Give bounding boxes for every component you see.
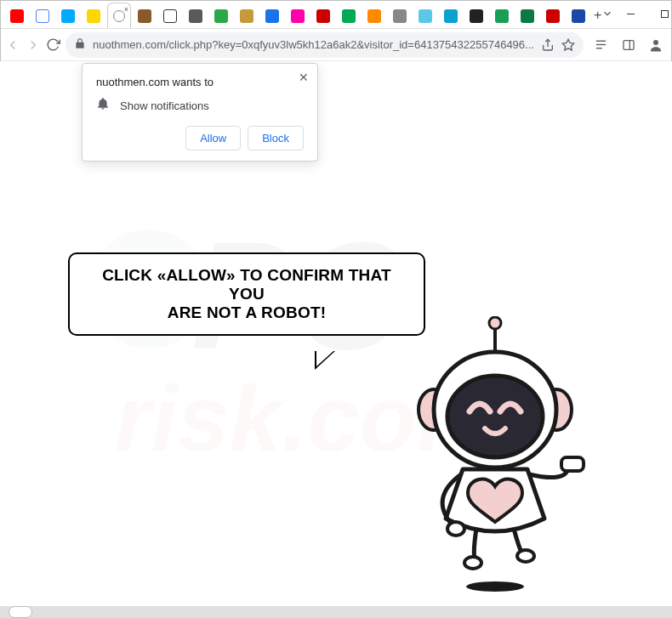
- favicon: [495, 9, 509, 23]
- tab[interactable]: [82, 4, 105, 28]
- tab[interactable]: [464, 4, 488, 28]
- reload-button[interactable]: [46, 32, 60, 58]
- back-button[interactable]: [5, 32, 20, 58]
- page-content: PC risk.com ✕ nuothmen.com wants to Show…: [0, 61, 672, 618]
- bubble-text-line2: ARE NOT A ROBOT!: [83, 303, 410, 322]
- speech-bubble: CLICK «ALLOW» TO CONFIRM THAT YOU ARE NO…: [68, 252, 425, 336]
- favicon: [163, 9, 177, 23]
- favicon: [572, 9, 585, 23]
- tab[interactable]: [311, 4, 335, 28]
- tab-strip: ×: [0, 0, 590, 28]
- close-icon[interactable]: ✕: [299, 71, 309, 84]
- svg-point-11: [653, 40, 658, 45]
- svg-rect-1: [661, 10, 668, 17]
- tab-search-dropdown[interactable]: [601, 0, 613, 28]
- favicon: [87, 9, 100, 23]
- tab[interactable]: [439, 4, 463, 28]
- tab[interactable]: [158, 4, 182, 28]
- favicon: [10, 9, 24, 23]
- tab[interactable]: [413, 4, 437, 28]
- tab[interactable]: [260, 4, 284, 28]
- lock-icon: [74, 37, 86, 53]
- svg-point-29: [464, 557, 481, 569]
- window-controls: [613, 0, 672, 28]
- favicon: [419, 9, 432, 23]
- favicon: [265, 9, 279, 23]
- slider-thumb[interactable]: [9, 606, 32, 618]
- tab[interactable]: [235, 4, 259, 28]
- url-text: nuothmen.com/click.php?key=0xqfyuv3lw5kh…: [93, 38, 534, 51]
- robot-illustration: [384, 316, 597, 597]
- tab[interactable]: [31, 4, 54, 28]
- tab[interactable]: [286, 4, 310, 28]
- favicon: [444, 9, 458, 23]
- svg-point-30: [517, 550, 534, 562]
- address-bar-row: nuothmen.com/click.php?key=0xqfyuv3lw5kh…: [0, 29, 672, 61]
- bubble-text-line1: CLICK «ALLOW» TO CONFIRM THAT YOU: [83, 266, 410, 303]
- forward-button[interactable]: [26, 32, 41, 58]
- tab[interactable]: [337, 4, 361, 28]
- notification-origin: nuothmen.com wants to: [96, 76, 304, 88]
- reading-list-icon[interactable]: [589, 32, 614, 58]
- tab[interactable]: [209, 4, 233, 28]
- svg-point-22: [489, 317, 501, 329]
- svg-point-27: [447, 522, 464, 536]
- new-tab-button[interactable]: +: [594, 5, 601, 26]
- favicon: [291, 9, 305, 23]
- tab[interactable]: [541, 4, 565, 28]
- favicon: [61, 9, 75, 23]
- tab[interactable]: [184, 4, 208, 28]
- favicon: [367, 9, 381, 23]
- share-icon[interactable]: [541, 38, 555, 52]
- bottom-slider[interactable]: [0, 606, 672, 618]
- favicon: [240, 9, 253, 23]
- svg-marker-5: [562, 39, 573, 50]
- omnibox[interactable]: nuothmen.com/click.php?key=0xqfyuv3lw5kh…: [65, 32, 584, 58]
- maximize-button[interactable]: [647, 0, 672, 28]
- favicon: [470, 9, 483, 23]
- minimize-button[interactable]: [613, 0, 647, 28]
- favicon: [393, 9, 407, 23]
- svg-point-31: [466, 581, 524, 592]
- allow-button[interactable]: Allow: [185, 126, 241, 150]
- tab[interactable]: [5, 4, 29, 28]
- svg-point-26: [447, 376, 543, 457]
- notification-permission-label: Show notifications: [120, 99, 209, 112]
- titlebar: × +: [0, 0, 672, 29]
- notification-prompt: ✕ nuothmen.com wants to Show notificatio…: [82, 63, 318, 162]
- profile-icon[interactable]: [643, 32, 669, 58]
- side-panel-icon[interactable]: [616, 32, 641, 58]
- tab[interactable]: [133, 4, 157, 28]
- svg-rect-28: [561, 457, 584, 471]
- tab[interactable]: [362, 4, 386, 28]
- tab-active[interactable]: ×: [107, 3, 131, 28]
- favicon: [214, 9, 228, 23]
- favicon: [342, 9, 356, 23]
- tab[interactable]: [388, 4, 412, 28]
- tab[interactable]: [490, 4, 514, 28]
- block-button[interactable]: Block: [248, 126, 304, 150]
- tab-close-icon[interactable]: ×: [124, 5, 128, 14]
- favicon: [138, 9, 151, 23]
- favicon: [316, 9, 330, 23]
- favicon: [36, 9, 49, 23]
- favicon: [546, 9, 560, 23]
- svg-rect-9: [624, 40, 634, 49]
- star-icon[interactable]: [561, 38, 575, 52]
- bell-icon: [96, 97, 110, 114]
- tab[interactable]: [567, 4, 590, 28]
- favicon: [521, 9, 534, 23]
- favicon: [189, 9, 202, 23]
- tab[interactable]: [515, 4, 539, 28]
- tab[interactable]: [56, 4, 80, 28]
